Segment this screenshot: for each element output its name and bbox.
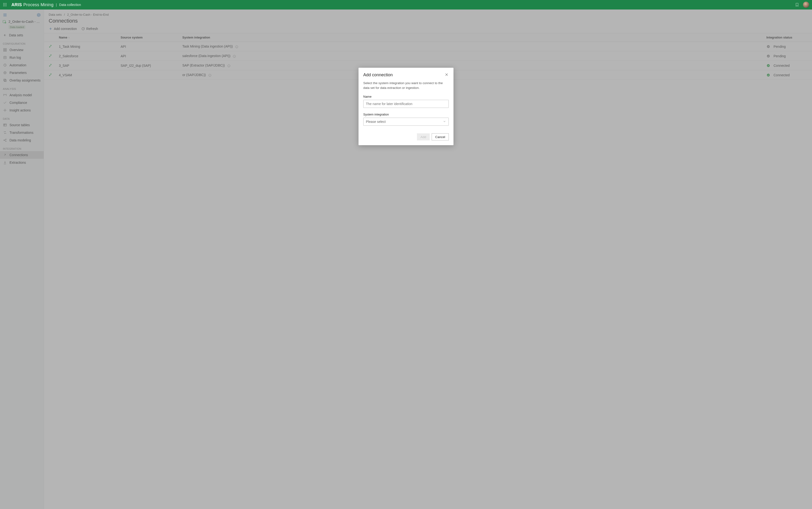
svg-rect-2	[6, 3, 7, 4]
header-divider: |	[56, 3, 57, 7]
name-input[interactable]	[363, 100, 449, 108]
product-brand: ARIS Process Mining	[11, 2, 53, 7]
system-integration-select[interactable]: Please select	[363, 117, 449, 126]
svg-rect-6	[3, 6, 4, 6]
svg-rect-0	[3, 3, 4, 4]
add-connection-dialog: Add connection Select the system integra…	[359, 68, 453, 145]
svg-rect-3	[3, 4, 4, 5]
chevron-down-icon	[443, 120, 446, 124]
brand-name-strong: ARIS	[11, 2, 22, 7]
user-avatar[interactable]	[803, 2, 809, 8]
modal-scrim[interactable]: Add connection Select the system integra…	[0, 9, 812, 509]
svg-rect-5	[6, 4, 7, 5]
svg-rect-4	[4, 4, 5, 5]
apps-grid-icon[interactable]	[3, 3, 7, 7]
bookmark-icon[interactable]	[795, 2, 800, 7]
cancel-button[interactable]: Cancel	[432, 133, 449, 140]
svg-rect-1	[4, 3, 5, 4]
select-placeholder: Please select	[366, 120, 385, 124]
close-icon[interactable]	[444, 72, 449, 77]
svg-rect-7	[4, 6, 5, 6]
system-integration-label: System integration	[363, 113, 449, 116]
modal-description: Select the system integration you want t…	[363, 81, 449, 90]
header-area: Data collection	[59, 3, 81, 7]
svg-rect-8	[6, 6, 7, 6]
name-field-label: Name	[363, 95, 449, 98]
add-button: Add	[417, 133, 430, 140]
app-header: ARIS Process Mining | Data collection	[0, 0, 812, 9]
brand-name-light: Process Mining	[23, 2, 53, 7]
modal-title: Add connection	[363, 72, 393, 77]
